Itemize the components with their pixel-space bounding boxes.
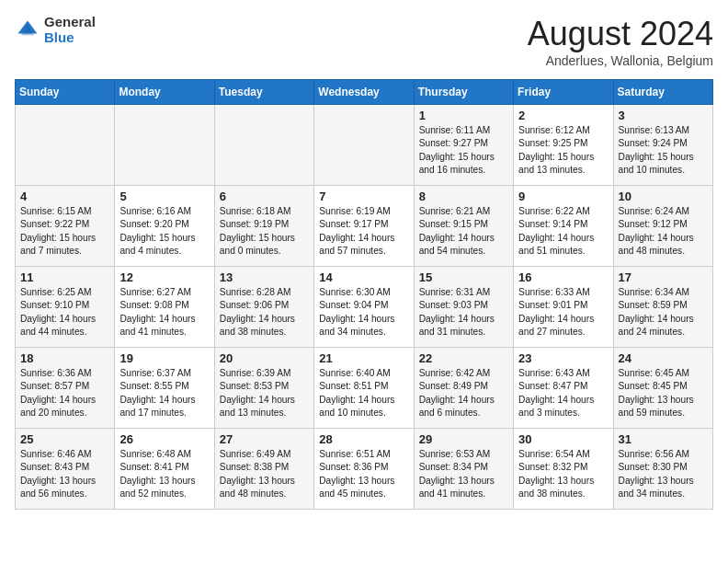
calendar-cell: 29Sunrise: 6:53 AM Sunset: 8:34 PM Dayli… bbox=[414, 429, 513, 510]
calendar-cell: 3Sunrise: 6:13 AM Sunset: 9:24 PM Daylig… bbox=[613, 105, 712, 186]
day-number: 17 bbox=[619, 270, 708, 284]
day-info: Sunrise: 6:34 AM Sunset: 8:59 PM Dayligh… bbox=[619, 286, 708, 339]
day-number: 25 bbox=[20, 432, 109, 446]
day-number: 4 bbox=[20, 190, 109, 203]
calendar-cell: 1Sunrise: 6:11 AM Sunset: 9:27 PM Daylig… bbox=[414, 105, 513, 186]
calendar-cell: 22Sunrise: 6:42 AM Sunset: 8:49 PM Dayli… bbox=[414, 348, 513, 429]
calendar-cell: 11Sunrise: 6:25 AM Sunset: 9:10 PM Dayli… bbox=[16, 267, 115, 348]
day-info: Sunrise: 6:39 AM Sunset: 8:53 PM Dayligh… bbox=[220, 367, 309, 419]
day-info: Sunrise: 6:36 AM Sunset: 8:57 PM Dayligh… bbox=[20, 367, 109, 419]
calendar-cell: 26Sunrise: 6:48 AM Sunset: 8:41 PM Dayli… bbox=[115, 429, 214, 510]
day-number: 21 bbox=[319, 351, 408, 365]
calendar-table: SundayMondayTuesdayWednesdayThursdayFrid… bbox=[15, 79, 713, 510]
calendar-cell: 25Sunrise: 6:46 AM Sunset: 8:43 PM Dayli… bbox=[16, 429, 115, 510]
day-info: Sunrise: 6:27 AM Sunset: 9:08 PM Dayligh… bbox=[119, 286, 209, 339]
day-info: Sunrise: 6:31 AM Sunset: 9:03 PM Dayligh… bbox=[419, 286, 508, 339]
weekday-header: Tuesday bbox=[214, 80, 313, 105]
day-info: Sunrise: 6:51 AM Sunset: 8:36 PM Dayligh… bbox=[319, 448, 408, 500]
calendar-cell: 15Sunrise: 6:31 AM Sunset: 9:03 PM Dayli… bbox=[414, 267, 513, 348]
day-info: Sunrise: 6:28 AM Sunset: 9:06 PM Dayligh… bbox=[220, 286, 309, 339]
day-info: Sunrise: 6:15 AM Sunset: 9:22 PM Dayligh… bbox=[20, 205, 109, 258]
location: Anderlues, Wallonia, Belgium bbox=[528, 53, 713, 68]
logo-blue-text: Blue bbox=[44, 30, 96, 46]
day-number: 11 bbox=[20, 270, 109, 284]
day-info: Sunrise: 6:24 AM Sunset: 9:12 PM Dayligh… bbox=[619, 205, 708, 258]
day-number: 24 bbox=[619, 351, 708, 365]
calendar-cell: 28Sunrise: 6:51 AM Sunset: 8:36 PM Dayli… bbox=[314, 429, 414, 510]
day-number: 16 bbox=[518, 270, 608, 284]
day-info: Sunrise: 6:11 AM Sunset: 9:27 PM Dayligh… bbox=[419, 124, 508, 177]
calendar-cell: 10Sunrise: 6:24 AM Sunset: 9:12 PM Dayli… bbox=[613, 186, 712, 267]
day-number: 23 bbox=[518, 351, 608, 365]
day-number: 8 bbox=[419, 190, 508, 203]
title-block: August 2024 Anderlues, Wallonia, Belgium bbox=[528, 15, 713, 68]
day-info: Sunrise: 6:12 AM Sunset: 9:25 PM Dayligh… bbox=[518, 124, 608, 177]
calendar-week-row: 25Sunrise: 6:46 AM Sunset: 8:43 PM Dayli… bbox=[16, 429, 713, 510]
day-info: Sunrise: 6:21 AM Sunset: 9:15 PM Dayligh… bbox=[419, 205, 508, 258]
day-number: 9 bbox=[518, 190, 608, 203]
day-number: 29 bbox=[419, 432, 508, 446]
calendar-cell: 21Sunrise: 6:40 AM Sunset: 8:51 PM Dayli… bbox=[314, 348, 414, 429]
day-number: 20 bbox=[220, 351, 309, 365]
day-info: Sunrise: 6:25 AM Sunset: 9:10 PM Dayligh… bbox=[20, 286, 109, 339]
day-info: Sunrise: 6:56 AM Sunset: 8:30 PM Dayligh… bbox=[619, 448, 708, 500]
calendar-cell bbox=[16, 105, 115, 186]
logo-general-text: General bbox=[44, 15, 96, 30]
day-number: 13 bbox=[220, 270, 309, 284]
calendar-week-row: 18Sunrise: 6:36 AM Sunset: 8:57 PM Dayli… bbox=[16, 348, 713, 429]
day-info: Sunrise: 6:19 AM Sunset: 9:17 PM Dayligh… bbox=[319, 205, 408, 258]
logo-icon bbox=[15, 17, 40, 43]
day-number: 27 bbox=[220, 432, 309, 446]
calendar-cell: 30Sunrise: 6:54 AM Sunset: 8:32 PM Dayli… bbox=[514, 429, 613, 510]
day-info: Sunrise: 6:18 AM Sunset: 9:19 PM Dayligh… bbox=[220, 205, 309, 258]
day-info: Sunrise: 6:48 AM Sunset: 8:41 PM Dayligh… bbox=[119, 448, 209, 500]
calendar-cell: 8Sunrise: 6:21 AM Sunset: 9:15 PM Daylig… bbox=[414, 186, 513, 267]
day-info: Sunrise: 6:49 AM Sunset: 8:38 PM Dayligh… bbox=[220, 448, 309, 500]
calendar-cell: 13Sunrise: 6:28 AM Sunset: 9:06 PM Dayli… bbox=[214, 267, 313, 348]
day-info: Sunrise: 6:33 AM Sunset: 9:01 PM Dayligh… bbox=[518, 286, 608, 339]
day-number: 12 bbox=[119, 270, 209, 284]
calendar-cell: 27Sunrise: 6:49 AM Sunset: 8:38 PM Dayli… bbox=[214, 429, 313, 510]
calendar-cell: 31Sunrise: 6:56 AM Sunset: 8:30 PM Dayli… bbox=[613, 429, 712, 510]
day-number: 6 bbox=[220, 190, 309, 203]
calendar-cell: 24Sunrise: 6:45 AM Sunset: 8:45 PM Dayli… bbox=[613, 348, 712, 429]
day-number: 19 bbox=[119, 351, 209, 365]
calendar-cell: 16Sunrise: 6:33 AM Sunset: 9:01 PM Dayli… bbox=[514, 267, 613, 348]
calendar-cell: 20Sunrise: 6:39 AM Sunset: 8:53 PM Dayli… bbox=[214, 348, 313, 429]
logo-text: General Blue bbox=[44, 15, 96, 45]
day-number: 22 bbox=[419, 351, 508, 365]
day-number: 1 bbox=[419, 109, 508, 122]
day-info: Sunrise: 6:30 AM Sunset: 9:04 PM Dayligh… bbox=[319, 286, 408, 339]
calendar-cell: 23Sunrise: 6:43 AM Sunset: 8:47 PM Dayli… bbox=[514, 348, 613, 429]
weekday-header: Sunday bbox=[16, 80, 115, 105]
weekday-header: Thursday bbox=[414, 80, 513, 105]
calendar-cell bbox=[214, 105, 313, 186]
calendar-cell: 5Sunrise: 6:16 AM Sunset: 9:20 PM Daylig… bbox=[115, 186, 214, 267]
day-info: Sunrise: 6:46 AM Sunset: 8:43 PM Dayligh… bbox=[20, 448, 109, 500]
day-number: 31 bbox=[619, 432, 708, 446]
day-info: Sunrise: 6:16 AM Sunset: 9:20 PM Dayligh… bbox=[119, 205, 209, 258]
calendar-cell: 14Sunrise: 6:30 AM Sunset: 9:04 PM Dayli… bbox=[314, 267, 414, 348]
day-info: Sunrise: 6:43 AM Sunset: 8:47 PM Dayligh… bbox=[518, 367, 608, 419]
logo: General Blue bbox=[15, 15, 96, 45]
weekday-header: Monday bbox=[115, 80, 214, 105]
page-header: General Blue August 2024 Anderlues, Wall… bbox=[15, 15, 713, 68]
month-title: August 2024 bbox=[528, 15, 713, 53]
calendar-cell: 9Sunrise: 6:22 AM Sunset: 9:14 PM Daylig… bbox=[514, 186, 613, 267]
day-info: Sunrise: 6:54 AM Sunset: 8:32 PM Dayligh… bbox=[518, 448, 608, 500]
weekday-header: Wednesday bbox=[314, 80, 414, 105]
day-info: Sunrise: 6:37 AM Sunset: 8:55 PM Dayligh… bbox=[119, 367, 209, 419]
day-number: 14 bbox=[319, 270, 408, 284]
calendar-cell: 7Sunrise: 6:19 AM Sunset: 9:17 PM Daylig… bbox=[314, 186, 414, 267]
calendar-cell: 17Sunrise: 6:34 AM Sunset: 8:59 PM Dayli… bbox=[613, 267, 712, 348]
weekday-header-row: SundayMondayTuesdayWednesdayThursdayFrid… bbox=[16, 80, 713, 105]
calendar-cell bbox=[115, 105, 214, 186]
day-number: 18 bbox=[20, 351, 109, 365]
calendar-cell: 4Sunrise: 6:15 AM Sunset: 9:22 PM Daylig… bbox=[16, 186, 115, 267]
day-number: 10 bbox=[619, 190, 708, 203]
day-number: 15 bbox=[419, 270, 508, 284]
day-info: Sunrise: 6:45 AM Sunset: 8:45 PM Dayligh… bbox=[619, 367, 708, 419]
calendar-cell: 6Sunrise: 6:18 AM Sunset: 9:19 PM Daylig… bbox=[214, 186, 313, 267]
day-number: 7 bbox=[319, 190, 408, 203]
day-number: 2 bbox=[518, 109, 608, 122]
